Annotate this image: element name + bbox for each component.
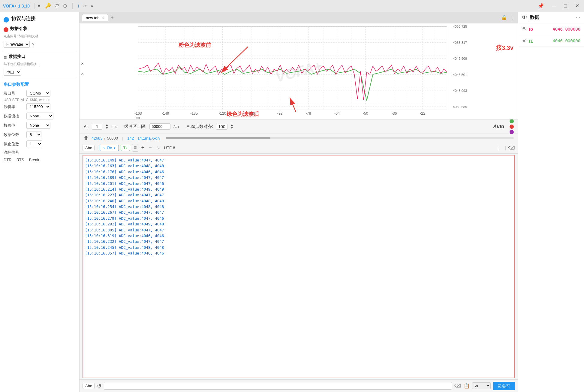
fingerprint-icon[interactable]: ☞: [83, 3, 87, 9]
svg-text:-120: -120: [219, 111, 226, 116]
tab-add-button[interactable]: +: [111, 14, 114, 21]
left-edge-icon-1[interactable]: ✕: [80, 59, 85, 65]
right-panel-more[interactable]: ⋯: [576, 15, 580, 20]
data-engine-select[interactable]: FireWater RawData CSV: [4, 41, 30, 48]
send-input[interactable]: [104, 382, 452, 390]
plus-icon[interactable]: +: [140, 144, 146, 152]
send-copy-icon[interactable]: 📋: [464, 383, 470, 389]
signals-label: 流控信号: [4, 150, 25, 155]
port-select[interactable]: COM6 COM1 COM2: [26, 90, 50, 97]
pin-button[interactable]: 📌: [536, 2, 546, 9]
color-dot-green[interactable]: [510, 119, 514, 123]
send-history-icon[interactable]: ↺: [97, 383, 101, 389]
align-icon[interactable]: ≡: [132, 144, 138, 152]
rts-signal[interactable]: RTS: [17, 158, 24, 162]
serial-more-button[interactable]: ⋮: [497, 145, 501, 151]
send-button[interactable]: 发送(S): [493, 382, 515, 390]
delta-t-stepper[interactable]: ▲ ▼: [105, 123, 108, 130]
info-icon[interactable]: i: [78, 3, 79, 9]
dtr-signal[interactable]: DTR: [4, 158, 12, 162]
tab-new-tab[interactable]: new tab ✕: [82, 14, 108, 21]
svg-text:-163: -163: [134, 111, 142, 116]
color-dots: [510, 119, 514, 134]
svg-rect-0: [138, 26, 447, 110]
newline-select[interactable]: \n \r\n None: [472, 382, 491, 389]
layers-icon: ≡: [4, 55, 7, 61]
svg-text:4046.501: 4046.501: [453, 73, 467, 77]
eye-i0-icon[interactable]: 👁: [522, 26, 527, 32]
lock-icon[interactable]: 🔒: [501, 15, 507, 20]
auto-align-value[interactable]: 100: [216, 124, 227, 130]
annotation-green: 绿色为滤波后: [227, 110, 259, 118]
key-icon[interactable]: 🔑: [45, 3, 51, 9]
serial-line: [15:10:16.227] ADC_value:4047, 4047: [85, 192, 513, 198]
wave-icon: ∿: [102, 146, 106, 150]
rx-button[interactable]: ∿ Rx ▼: [100, 145, 119, 151]
minus-icon[interactable]: −: [147, 144, 153, 152]
scroll-total: 50000: [107, 136, 118, 140]
abc-format-button[interactable]: Abc: [83, 145, 95, 151]
crosshair-icon[interactable]: ⊕: [63, 3, 67, 9]
parity-select[interactable]: None Odd Even: [26, 122, 50, 129]
left-edge-icon-2[interactable]: ✕: [80, 69, 85, 75]
buffer-input[interactable]: [149, 123, 170, 130]
eye-i1-icon[interactable]: 👁: [522, 38, 527, 44]
flow-control-select[interactable]: None RTS/CTS: [26, 113, 53, 119]
maximize-button[interactable]: □: [562, 3, 569, 9]
data-label-i1: I1: [529, 38, 538, 44]
data-bits-select[interactable]: 8 7 6: [26, 131, 41, 138]
chevron-down-icon[interactable]: ▼: [37, 3, 41, 9]
svg-text:ms: ms: [136, 116, 140, 119]
more-icon[interactable]: ⋮: [510, 14, 516, 21]
stepper-up[interactable]: ▲: [105, 123, 108, 126]
svg-text:-36: -36: [392, 111, 397, 116]
stepper-down[interactable]: ▼: [105, 127, 108, 130]
data-engine-title: 数据引擎: [10, 26, 27, 32]
data-interface-select[interactable]: 串口 TCP UDP: [4, 69, 21, 76]
send-abc-button[interactable]: Abc: [83, 383, 95, 389]
serial-line: [15:10:16.292] ADC_value:4049, 4048: [85, 221, 513, 227]
trash-icon[interactable]: 🗑: [84, 135, 89, 141]
eye-header-icon: 👁: [522, 14, 527, 21]
data-item-i1: 👁 I1 4046.000000: [518, 35, 584, 47]
serial-line: [15:10:16.332] ADC_value:4047, 4047: [85, 239, 513, 244]
sidebar-section-title: 协议与连接: [11, 16, 35, 22]
auto-stepper-down[interactable]: ▼: [230, 127, 233, 130]
serial-output[interactable]: [15:10:16.149] ADC_value:4047, 4047[15:1…: [83, 155, 515, 378]
minimize-button[interactable]: ─: [550, 3, 557, 9]
buffer-unit: /ch: [173, 124, 179, 129]
delta-t-label: Δt:: [84, 124, 89, 129]
annotation-3v: 接3.3v: [496, 44, 513, 52]
wave-signal-icon[interactable]: ∿: [155, 144, 161, 151]
delta-t-value[interactable]: 1: [92, 124, 102, 130]
close-button[interactable]: ✕: [573, 2, 581, 9]
scroll-current: 42683: [92, 136, 102, 140]
serial-config-title: 串口参数配置: [4, 82, 76, 87]
auto-stepper-up[interactable]: ▲: [230, 123, 233, 126]
color-dot-red[interactable]: [510, 125, 514, 129]
serial-line: [15:10:16.201] ADC_value:4047, 4046: [85, 181, 513, 186]
color-dot-purple[interactable]: [510, 130, 514, 134]
connection-status-icon: [4, 17, 9, 23]
data-value-i1: 4046.000000: [552, 38, 580, 43]
tx-button[interactable]: Tx: [121, 145, 130, 151]
stop-bits-label: 停止位数: [4, 141, 25, 147]
controls-bar: Δt: 1 ▲ ▼ ms 缓冲区上限: /ch Auto点数对齐: 100 ▲ …: [80, 119, 518, 134]
auto-align-stepper[interactable]: ▲ ▼: [230, 123, 233, 130]
scroll-progress[interactable]: [166, 137, 514, 139]
svg-text:-92: -92: [277, 111, 283, 116]
scroll-count: 142: [127, 136, 134, 140]
shield-icon[interactable]: 🛡: [55, 3, 59, 9]
right-panel: 👁 数据 ⋯ 👁 I0 4046.000000 👁 I1 4046.000000: [518, 12, 584, 392]
scroll-progress-fill: [166, 137, 270, 139]
serial-line: [15:10:16.189] ADC_value:4047, 4047: [85, 175, 513, 180]
stop-bits-select[interactable]: 1 1.5 2: [26, 140, 42, 147]
serial-clear-button[interactable]: ⌫: [508, 145, 515, 151]
break-signal[interactable]: Break: [29, 158, 39, 162]
baud-select[interactable]: 115200 9600 38400: [26, 103, 50, 110]
chevrons-left-icon[interactable]: «: [91, 3, 93, 9]
help-icon[interactable]: ?: [32, 42, 35, 47]
tab-close-button[interactable]: ✕: [101, 16, 104, 20]
serial-line: [15:10:16.319] ADC_value:4046, 4046: [85, 233, 513, 239]
send-clear-icon[interactable]: ⌫: [454, 383, 461, 389]
